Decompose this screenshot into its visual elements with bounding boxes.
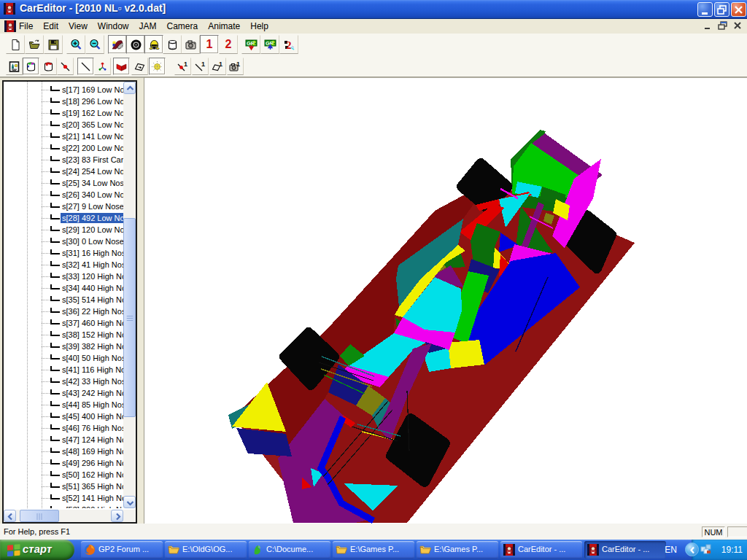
tree-item[interactable]: s[53] 200 High Nose <box>4 504 123 508</box>
tree-horizontal-scrollbar[interactable] <box>4 510 123 522</box>
tree-item[interactable]: s[18] 296 Low Nose <box>4 96 123 107</box>
tree-item[interactable]: s[34] 440 High Nose <box>4 282 123 294</box>
taskbar-button[interactable]: E:\Games P... <box>417 541 498 559</box>
cylinder-color-button[interactable] <box>23 58 39 75</box>
taskbar-button[interactable]: GP2 Forum ... <box>81 541 163 559</box>
mdi-restore-button[interactable] <box>716 20 729 32</box>
tree-item[interactable]: s[46] 76 High Nose <box>4 422 123 434</box>
tree-item[interactable]: s[45] 400 High Nose <box>4 411 123 422</box>
taskbar-button-active[interactable]: CarEditor - ... <box>584 541 666 559</box>
camera-button[interactable] <box>181 35 200 54</box>
tree-item[interactable]: s[40] 50 High Nose <box>4 352 123 364</box>
cylinder-button[interactable] <box>163 35 182 54</box>
tree-item[interactable]: s[29] 120 Low Nose <box>4 224 123 236</box>
menu-animate[interactable]: Animate <box>203 19 245 34</box>
menu-file[interactable]: File <box>14 19 38 34</box>
zoom-in-button[interactable] <box>66 35 85 54</box>
line-button[interactable] <box>77 58 94 75</box>
tree-item[interactable]: s[17] 169 Low Nose <box>4 84 123 96</box>
axes-button[interactable] <box>94 58 111 75</box>
tray-clock[interactable]: 19:11 <box>721 545 743 555</box>
helmet-button[interactable] <box>144 35 163 54</box>
tree-item[interactable]: s[38] 152 High Nose <box>4 329 123 341</box>
gp2-red2-button[interactable]: 2 <box>279 35 298 54</box>
plane1-button[interactable]: 1 <box>209 58 226 75</box>
zoom-out-button[interactable] <box>85 35 104 54</box>
tree-item[interactable]: s[26] 340 Low Nose <box>4 189 123 201</box>
viewport-3d[interactable] <box>144 78 747 524</box>
restore-button[interactable] <box>714 2 729 17</box>
menu-window[interactable]: Window <box>93 19 134 34</box>
tree-item[interactable]: s[20] 365 Low Nose <box>4 119 123 131</box>
sun-button[interactable] <box>149 58 166 75</box>
cylinder-red-button[interactable] <box>40 58 57 75</box>
tree-item[interactable]: s[27] 9 Low Nose <box>4 201 123 212</box>
tree-item[interactable]: s[50] 162 High Nose <box>4 469 123 481</box>
menu-jam[interactable]: JAM <box>134 19 162 34</box>
surface-tree[interactable]: s[17] 169 Low Nose s[18] 296 Low Nose s[… <box>4 82 123 508</box>
menu-camera[interactable]: Camera <box>162 19 204 34</box>
tree-item[interactable]: s[32] 41 High Nose <box>4 259 123 271</box>
menu-edit[interactable]: Edit <box>38 19 63 34</box>
scroll-left-button[interactable] <box>4 510 16 522</box>
tree-item[interactable]: s[36] 22 High Nose <box>4 306 123 317</box>
car-view-button[interactable] <box>108 35 127 54</box>
view1-button[interactable]: 1 <box>200 35 219 54</box>
menu-help[interactable]: Help <box>245 19 274 34</box>
tree-item[interactable]: s[47] 124 High Nose <box>4 434 123 446</box>
gp2-export-button[interactable]: GP2 <box>241 35 260 54</box>
tree-item[interactable]: s[21] 141 Low Nose <box>4 131 123 142</box>
mdi-minimize-button[interactable] <box>702 20 715 32</box>
tree-item[interactable]: s[31] 16 High Nose <box>4 247 123 259</box>
camera1-button[interactable]: 1 <box>227 58 244 75</box>
tray-windows-icon[interactable] <box>700 544 712 559</box>
scroll-right-button[interactable] <box>111 510 123 522</box>
tree-item[interactable]: s[41] 116 High Nose <box>4 364 123 376</box>
tree-item[interactable]: s[23] 83 First Car <box>4 154 123 166</box>
mdi-close-button[interactable] <box>731 20 744 32</box>
taskbar-button[interactable]: E:\OldG\OG... <box>165 541 247 559</box>
tree-vertical-scrollbar[interactable] <box>123 82 136 508</box>
scroll-up-button[interactable] <box>123 82 136 94</box>
plane-button[interactable] <box>131 58 148 75</box>
start-button[interactable]: старт <box>0 540 74 560</box>
tree-item[interactable]: s[48] 169 High Nose <box>4 446 123 457</box>
taskbar-button[interactable]: C:\Docume... <box>249 541 330 559</box>
taskbar-button[interactable]: E:\Games P... <box>333 541 414 559</box>
view2-button[interactable]: 2 <box>219 35 238 54</box>
tree-item[interactable]: s[49] 296 High Nose <box>4 457 123 469</box>
tree-item[interactable]: s[37] 460 High Nose <box>4 317 123 329</box>
tree-item[interactable]: s[24] 254 Low Nose <box>4 166 123 177</box>
horizontal-scroll-thumb[interactable] <box>20 510 59 522</box>
tree-item[interactable]: s[42] 33 High Nose <box>4 376 123 387</box>
tree-item[interactable]: s[30] 0 Low Nose <box>4 236 123 247</box>
close-button[interactable] <box>731 2 746 17</box>
vertex1-button[interactable]: 1 <box>174 58 191 75</box>
gp2-import-button[interactable]: GP2 <box>260 35 279 54</box>
scroll-down-button[interactable] <box>123 496 136 508</box>
tree-item[interactable]: s[39] 382 High Nose <box>4 341 123 352</box>
language-indicator[interactable]: EN <box>665 545 677 555</box>
save-button[interactable] <box>44 35 63 54</box>
taskbar-button[interactable]: CarEditor - ... <box>500 541 582 559</box>
open-folder-button[interactable] <box>25 35 44 54</box>
minimize-button[interactable] <box>697 2 713 17</box>
tree-item[interactable]: s[51] 365 High Nose <box>4 481 123 492</box>
tree-item[interactable]: s[44] 85 High Nose <box>4 399 123 411</box>
texture-image-button[interactable] <box>6 58 23 75</box>
tree-item[interactable]: s[33] 120 High Nose <box>4 271 123 282</box>
tree-item[interactable]: s[43] 242 High Nose <box>4 387 123 399</box>
tree-item[interactable]: s[52] 141 High Nose <box>4 492 123 504</box>
tree-item[interactable]: s[22] 200 Low Nose <box>4 142 123 154</box>
tree-item[interactable]: s[35] 514 High Nose <box>4 294 123 306</box>
hide-icons-button[interactable] <box>685 542 699 556</box>
menu-view[interactable]: View <box>63 19 93 34</box>
vertical-scroll-thumb[interactable] <box>123 218 136 417</box>
vertex-button[interactable] <box>57 58 74 75</box>
new-document-button[interactable] <box>6 35 25 54</box>
line1-button[interactable]: 1 <box>192 58 209 75</box>
face-red-button[interactable] <box>113 58 130 75</box>
wheel-button[interactable] <box>126 35 145 54</box>
tree-item-selected[interactable]: s[28] 492 Low Nose <box>4 212 123 224</box>
tree-item[interactable]: s[19] 162 Low Nose <box>4 107 123 119</box>
